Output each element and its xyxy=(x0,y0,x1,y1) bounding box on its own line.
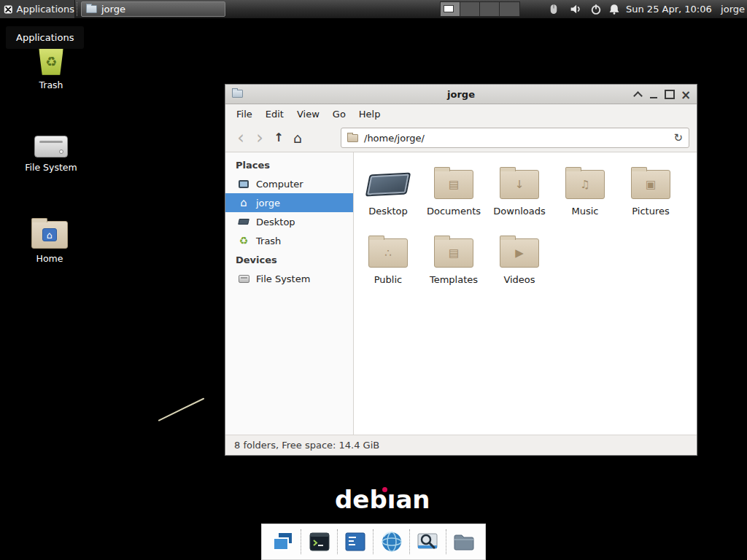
folder-label: Public xyxy=(355,274,421,285)
folder-item-documents[interactable]: ▤ Documents xyxy=(421,167,487,217)
shade-button[interactable] xyxy=(630,85,646,104)
up-button[interactable]: ↑ xyxy=(269,131,288,144)
dock-separator[interactable] xyxy=(373,529,374,554)
file-manager-icon[interactable] xyxy=(450,528,478,556)
menu-view[interactable]: View xyxy=(290,106,326,122)
clock[interactable]: Sun 25 Apr, 10:06 xyxy=(626,0,712,18)
minimize-button[interactable] xyxy=(646,85,662,104)
menu-go[interactable]: Go xyxy=(326,106,352,122)
desktop-folder-icon xyxy=(365,173,411,197)
taskbar-window-button[interactable]: jorge xyxy=(81,1,225,17)
toolbar: ‹ › ↑ ⌂ /home/jorge/ ↻ xyxy=(225,123,697,152)
folder-label: Pictures xyxy=(618,206,684,217)
forward-button[interactable]: › xyxy=(250,131,269,145)
workspace-3[interactable] xyxy=(480,2,500,16)
folder-icon: ♫ xyxy=(565,170,605,199)
top-panel: Applications jorge Sun 25 Apr, 10:06 jor… xyxy=(0,0,747,18)
address-text[interactable]: /home/jorge/ xyxy=(364,133,667,144)
folder-emblem-icon: ▣ xyxy=(632,171,670,198)
close-button[interactable]: × xyxy=(678,85,694,104)
folder-label: Desktop xyxy=(355,206,421,217)
address-bar[interactable]: /home/jorge/ ↻ xyxy=(341,128,689,148)
folder-label: Music xyxy=(552,206,618,217)
desktop-icon-label: Trash xyxy=(22,79,80,90)
panel-grip-handle[interactable] xyxy=(77,2,78,16)
folder-label: Templates xyxy=(421,274,487,285)
desktop-icon-filesystem[interactable]: File System xyxy=(22,131,80,173)
menu-file[interactable]: File xyxy=(230,106,259,122)
folder-item-desktop[interactable]: Desktop xyxy=(355,167,421,217)
titlebar[interactable]: jorge × xyxy=(225,85,697,104)
terminal-icon[interactable] xyxy=(306,528,333,556)
taskbar-window-label: jorge xyxy=(101,4,125,15)
folder-label: Downloads xyxy=(487,206,552,217)
applications-menu-button[interactable]: Applications xyxy=(0,0,75,18)
recycle-glyph: ♻ xyxy=(45,54,57,69)
folder-item-music[interactable]: ♫ Music xyxy=(552,167,618,217)
folder-emblem-icon: ∴ xyxy=(369,239,407,267)
xfce-logo-icon xyxy=(4,4,13,15)
folder-item-downloads[interactable]: ↓ Downloads xyxy=(487,167,552,217)
folder-icon xyxy=(86,5,97,13)
dock-separator[interactable] xyxy=(301,529,301,554)
bottom-dock xyxy=(261,524,486,560)
sidebar-item-computer[interactable]: Computer xyxy=(225,174,353,193)
folder-emblem-icon: ▤ xyxy=(435,171,473,198)
debian-logo-text: deb xyxy=(335,485,387,514)
folder-item-public[interactable]: ∴ Public xyxy=(355,236,421,285)
applications-menu-label: Applications xyxy=(17,4,74,15)
power-icon[interactable] xyxy=(589,3,603,15)
sidebar-item-trash[interactable]: ♻ Trash xyxy=(225,231,353,250)
web-browser-icon[interactable] xyxy=(378,528,406,556)
desktop-icon-home[interactable]: ⌂ Home xyxy=(20,221,79,264)
workspace-4[interactable] xyxy=(500,2,519,16)
dock-separator[interactable] xyxy=(446,529,446,554)
home-button[interactable]: ⌂ xyxy=(288,130,307,146)
folder-icon xyxy=(347,134,358,142)
home-folder-icon: ⌂ xyxy=(31,221,68,249)
devices-header: Devices xyxy=(236,254,277,265)
file-manager-window: jorge × File Edit View Go Help ‹ › ↑ ⌂ /… xyxy=(225,84,697,456)
computer-icon xyxy=(239,180,249,188)
folder-label: Videos xyxy=(487,274,552,285)
workspaces-icon[interactable] xyxy=(269,528,297,556)
workspace-2[interactable] xyxy=(460,2,480,16)
house-icon: ⌂ xyxy=(42,228,57,241)
dock-separator[interactable] xyxy=(337,529,338,554)
volume-icon[interactable] xyxy=(569,3,582,15)
folder-icon: ▶ xyxy=(500,238,539,268)
folder-item-videos[interactable]: ▶ Videos xyxy=(487,236,552,285)
menu-help[interactable]: Help xyxy=(352,106,387,122)
sidebar-item-filesystem[interactable]: File System xyxy=(225,269,353,288)
terminal-list-icon[interactable] xyxy=(341,528,369,556)
files-area[interactable]: Desktop ▤ Documents ↓ Downloads ♫ Music … xyxy=(354,152,697,435)
places-header: Places xyxy=(236,160,270,171)
desktop-icon xyxy=(238,219,249,225)
back-button[interactable]: ‹ xyxy=(231,131,250,145)
workspace-window-thumb xyxy=(444,5,454,12)
app-finder-icon[interactable] xyxy=(414,528,441,556)
folder-emblem-icon: ▶ xyxy=(500,239,538,267)
maximize-button[interactable] xyxy=(662,85,678,104)
workspace-1[interactable] xyxy=(441,2,460,16)
sidebar-item-jorge[interactable]: ⌂ jorge xyxy=(225,193,353,212)
folder-icon: ▤ xyxy=(434,170,473,199)
folder-emblem-icon: ♫ xyxy=(566,171,604,198)
sidebar-item-label: jorge xyxy=(256,198,280,209)
statusbar: 8 folders, Free space: 14.4 GiB xyxy=(225,435,697,455)
desktop-icon-trash[interactable]: ♻ Trash xyxy=(22,42,80,90)
mouse-icon[interactable] xyxy=(547,3,560,15)
folder-item-templates[interactable]: ▤ Templates xyxy=(421,236,487,285)
sidebar-item-label: File System xyxy=(256,273,310,284)
folder-item-pictures[interactable]: ▣ Pictures xyxy=(618,167,684,217)
reload-icon[interactable]: ↻ xyxy=(673,131,683,144)
dock-separator[interactable] xyxy=(409,529,410,554)
home-icon: ⌂ xyxy=(240,196,247,209)
menu-edit[interactable]: Edit xyxy=(259,106,290,122)
debian-logo-text: an xyxy=(395,485,430,514)
workspace-pager xyxy=(440,1,520,17)
bell-icon[interactable] xyxy=(608,3,621,15)
sidebar-item-desktop[interactable]: Desktop xyxy=(225,212,353,231)
user-menu[interactable]: jorge xyxy=(721,0,745,18)
sidebar-item-label: Computer xyxy=(256,179,303,190)
